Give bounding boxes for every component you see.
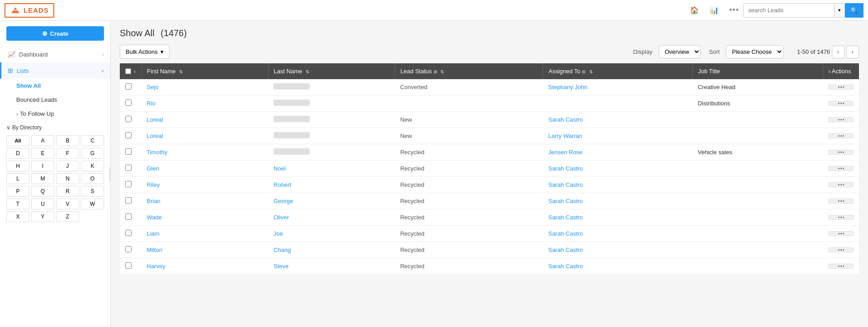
row-checkbox[interactable]	[125, 230, 132, 236]
th-job-title[interactable]: Job Title	[693, 63, 823, 79]
row-action-dots-button[interactable]	[828, 101, 854, 106]
search-input[interactable]	[744, 7, 834, 14]
alpha-p-button[interactable]: P	[6, 186, 29, 197]
row-checkbox[interactable]	[125, 148, 132, 155]
first-name-link[interactable]: Loreal	[147, 133, 163, 139]
th-assigned-to[interactable]: Assigned To ⊞ ⇅	[543, 63, 693, 79]
last-name-link[interactable]: Chang	[274, 246, 291, 253]
assigned-to-link[interactable]: Sarah Castro	[548, 263, 583, 270]
row-checkbox[interactable]	[125, 83, 132, 90]
chart-icon[interactable]: 📊	[705, 2, 723, 19]
alpha-i-button[interactable]: I	[31, 161, 54, 171]
assigned-to-link[interactable]: Jensen Rose	[548, 149, 583, 156]
row-action-dots-button[interactable]	[828, 199, 854, 204]
first-name-link[interactable]: Rio	[147, 100, 156, 107]
display-select[interactable]: Overview Detail	[659, 45, 701, 58]
alpha-s-button[interactable]: S	[81, 186, 104, 197]
home-icon[interactable]: 🏠	[685, 2, 703, 19]
alpha-q-button[interactable]: Q	[31, 186, 54, 197]
alpha-c-button[interactable]: C	[81, 135, 104, 146]
row-action-dots-button[interactable]	[828, 231, 854, 236]
alpha-m-button[interactable]: M	[31, 173, 54, 184]
last-name-link[interactable]: Noel	[274, 165, 286, 172]
row-checkbox[interactable]	[125, 100, 132, 106]
first-name-link[interactable]: Timothy	[147, 149, 168, 156]
create-button[interactable]: ⊕ Create	[6, 26, 104, 41]
alpha-o-button[interactable]: O	[81, 173, 104, 184]
row-checkbox[interactable]	[125, 116, 132, 122]
alpha-n-button[interactable]: N	[56, 173, 79, 184]
alpha-a-button[interactable]: A	[31, 135, 54, 146]
alpha-w-button[interactable]: W	[81, 199, 104, 209]
alpha-f-button[interactable]: F	[56, 148, 79, 159]
alpha-u-button[interactable]: U	[31, 199, 54, 209]
assigned-to-link[interactable]: Sarah Castro	[548, 214, 583, 221]
th-last-name[interactable]: Last Name ⇅	[268, 63, 395, 79]
alpha-z-button[interactable]: Z	[56, 211, 79, 222]
sort-select[interactable]: Please Choose First Name Last Name Lead …	[726, 45, 783, 58]
first-name-link[interactable]: Loreal	[147, 116, 163, 123]
assigned-to-link[interactable]: Sarah Castro	[548, 230, 583, 237]
first-name-link[interactable]: Brian	[147, 198, 160, 204]
th-first-name[interactable]: First Name ⇅	[142, 63, 269, 79]
last-name-link[interactable]: Joe	[274, 230, 283, 237]
first-name-link[interactable]: Milton	[147, 246, 163, 253]
alpha-h-button[interactable]: H	[6, 161, 29, 171]
logo-area[interactable]: LEADS	[5, 3, 54, 18]
next-page-button[interactable]: ›	[846, 46, 859, 58]
alpha-j-button[interactable]: J	[56, 161, 79, 171]
by-directory-group[interactable]: ∨ By Directory	[0, 121, 110, 133]
row-action-dots-button[interactable]	[828, 133, 854, 138]
select-all-checkbox[interactable]	[125, 68, 131, 74]
alpha-g-button[interactable]: G	[81, 148, 104, 159]
alpha-r-button[interactable]: R	[56, 186, 79, 197]
alpha-e-button[interactable]: E	[31, 148, 54, 159]
sidebar-item-lists[interactable]: ⊞ Lists ∨	[0, 62, 110, 79]
row-checkbox[interactable]	[125, 213, 132, 220]
alpha-l-button[interactable]: L	[6, 173, 29, 184]
bulk-actions-button[interactable]: Bulk Actions ▾	[120, 45, 170, 59]
assigned-to-link[interactable]: Larry Warran	[548, 133, 582, 139]
alpha-b-button[interactable]: B	[56, 135, 79, 146]
sidebar-subitem-to-follow-up[interactable]: › To Follow Up	[0, 107, 110, 121]
more-icon[interactable]: •••	[725, 2, 743, 19]
row-checkbox[interactable]	[125, 181, 132, 187]
alpha-d-button[interactable]: D	[6, 148, 29, 159]
assigned-to-link[interactable]: Stephany John	[548, 84, 588, 90]
row-checkbox[interactable]	[125, 262, 132, 269]
assigned-to-link[interactable]: Sarah Castro	[548, 165, 583, 172]
row-action-dots-button[interactable]	[828, 150, 854, 155]
row-action-dots-button[interactable]	[828, 247, 854, 252]
first-name-link[interactable]: Liam	[147, 230, 160, 237]
assigned-to-link[interactable]: Sarah Castro	[548, 181, 583, 188]
search-go-button[interactable]: 🔍	[845, 3, 863, 18]
last-name-link[interactable]: Oliver	[274, 214, 289, 221]
first-name-link[interactable]: Sejo	[147, 84, 159, 90]
sidebar-item-dashboard[interactable]: 📈 Dashboard ›	[0, 46, 110, 62]
row-checkbox[interactable]	[125, 197, 132, 204]
last-name-link[interactable]: George	[274, 198, 293, 204]
first-name-link[interactable]: Riley	[147, 181, 160, 188]
th-lead-status[interactable]: Lead Status ⊞ ⇅	[395, 63, 543, 79]
sidebar-collapse-handle[interactable]: ‹	[109, 167, 111, 181]
last-name-link[interactable]: Robert	[274, 181, 291, 188]
row-checkbox[interactable]	[125, 132, 132, 138]
row-action-dots-button[interactable]	[828, 85, 854, 90]
row-action-dots-button[interactable]	[828, 117, 854, 122]
first-name-link[interactable]: Wade	[147, 214, 162, 221]
search-dropdown-button[interactable]: ▾	[834, 4, 844, 17]
alpha-k-button[interactable]: K	[81, 161, 104, 171]
assigned-to-link[interactable]: Sarah Castro	[548, 116, 583, 123]
row-action-dots-button[interactable]	[828, 182, 854, 187]
alpha-x-button[interactable]: X	[6, 211, 29, 222]
first-name-link[interactable]: Harvey	[147, 263, 165, 270]
alpha-y-button[interactable]: Y	[31, 211, 54, 222]
assigned-to-link[interactable]: Sarah Castro	[548, 246, 583, 253]
last-name-link[interactable]: Steve	[274, 263, 288, 270]
row-action-dots-button[interactable]	[828, 264, 854, 269]
alpha-all-button[interactable]: All	[6, 135, 29, 146]
row-checkbox[interactable]	[125, 165, 132, 171]
row-checkbox[interactable]	[125, 246, 132, 252]
row-action-dots-button[interactable]	[828, 166, 854, 171]
sidebar-subitem-bounced-leads[interactable]: Bounced Leads	[0, 93, 110, 107]
